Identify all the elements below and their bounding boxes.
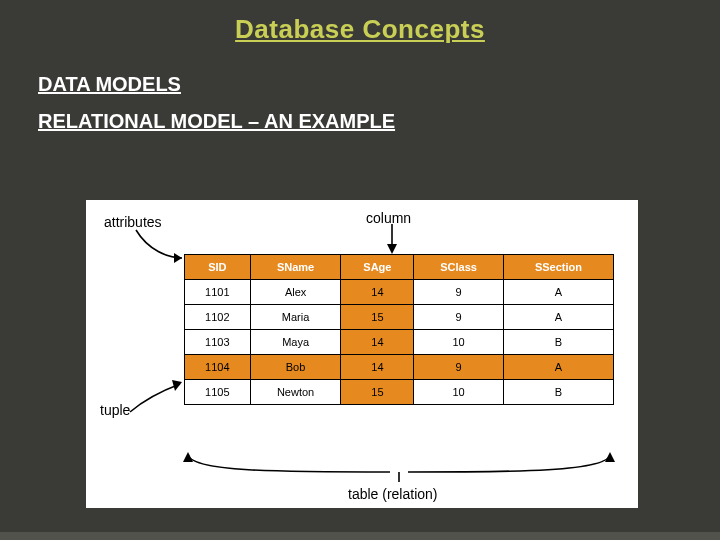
page-title: Database Concepts xyxy=(0,14,720,45)
table-cell: 1105 xyxy=(185,380,251,405)
table-cell: 9 xyxy=(414,280,504,305)
col-header: SID xyxy=(185,255,251,280)
table-cell: B xyxy=(503,330,613,355)
table-cell: Newton xyxy=(250,380,341,405)
table-cell: 15 xyxy=(341,305,414,330)
svg-marker-0 xyxy=(174,253,182,263)
table-cell: 9 xyxy=(414,355,504,380)
svg-marker-3 xyxy=(172,380,182,391)
section-heading: DATA MODELS xyxy=(38,73,720,96)
table-row: 1104Bob149A xyxy=(185,355,614,380)
slide: Database Concepts DATA MODELS RELATIONAL… xyxy=(0,14,720,540)
label-table-relation: table (relation) xyxy=(348,486,438,502)
svg-marker-6 xyxy=(605,452,615,462)
svg-marker-5 xyxy=(183,452,193,462)
table-cell: 10 xyxy=(414,330,504,355)
table-cell: 15 xyxy=(341,380,414,405)
table-cell: 1101 xyxy=(185,280,251,305)
footer-band xyxy=(0,532,720,540)
col-header: SClass xyxy=(414,255,504,280)
table-row: 1103Maya1410B xyxy=(185,330,614,355)
sub-heading: RELATIONAL MODEL – AN EXAMPLE xyxy=(38,110,720,133)
table-cell: 1102 xyxy=(185,305,251,330)
table-row: 1105Newton1510B xyxy=(185,380,614,405)
table-cell: A xyxy=(503,305,613,330)
table-cell: Bob xyxy=(250,355,341,380)
table-body: 1101Alex149A1102Maria159A1103Maya1410B11… xyxy=(185,280,614,405)
table-cell: 14 xyxy=(341,330,414,355)
table-cell: 10 xyxy=(414,380,504,405)
table-cell: Alex xyxy=(250,280,341,305)
table-cell: A xyxy=(503,280,613,305)
table-cell: 9 xyxy=(414,305,504,330)
table-cell: 14 xyxy=(341,355,414,380)
table-header-row: SID SName SAge SClass SSection xyxy=(185,255,614,280)
table-cell: Maya xyxy=(250,330,341,355)
col-header: SName xyxy=(250,255,341,280)
col-header: SAge xyxy=(341,255,414,280)
relation-table: SID SName SAge SClass SSection 1101Alex1… xyxy=(184,254,614,405)
table-row: 1102Maria159A xyxy=(185,305,614,330)
diagram-panel: attributes column tuple table (relation) xyxy=(86,200,638,508)
arrow-table-relation-icon xyxy=(182,448,616,488)
svg-marker-2 xyxy=(387,244,397,254)
table-cell: Maria xyxy=(250,305,341,330)
arrow-tuple-icon xyxy=(120,376,190,416)
table-row: 1101Alex149A xyxy=(185,280,614,305)
table-cell: B xyxy=(503,380,613,405)
arrow-column-icon xyxy=(382,224,402,256)
col-header: SSection xyxy=(503,255,613,280)
table-cell: 1104 xyxy=(185,355,251,380)
table-cell: A xyxy=(503,355,613,380)
table-cell: 14 xyxy=(341,280,414,305)
table-cell: 1103 xyxy=(185,330,251,355)
